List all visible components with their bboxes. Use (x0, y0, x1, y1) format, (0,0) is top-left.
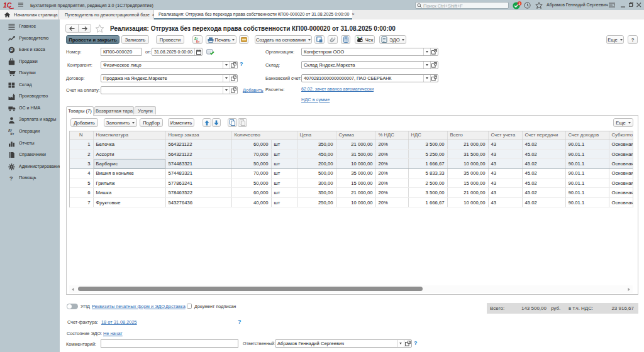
svg-text:Кт: Кт (11, 132, 14, 136)
svg-text:2: 2 (518, 2, 520, 6)
svg-text:?: ? (9, 175, 13, 182)
svg-text:Дт: Дт (194, 37, 198, 40)
svg-text:₽: ₽ (10, 47, 13, 53)
svg-text:Кт: Кт (196, 40, 200, 43)
svg-text:1С: 1С (3, 1, 12, 9)
